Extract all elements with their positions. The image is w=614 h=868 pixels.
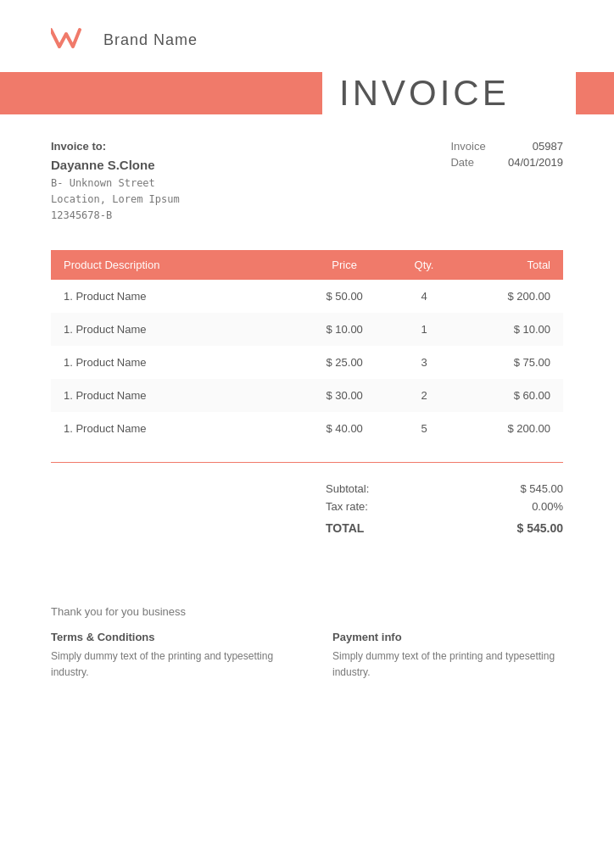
invoice-date-label: Date: [450, 156, 473, 169]
row-price: $ 30.00: [298, 389, 391, 402]
row-description: 1. Product Name: [64, 290, 298, 303]
row-total: $ 200.00: [457, 422, 550, 435]
footer: Thank you for you business Terms & Condi…: [0, 571, 614, 706]
row-total: $ 60.00: [457, 389, 550, 402]
tax-label: Tax rate:: [326, 500, 368, 513]
thank-you-text: Thank you for you business: [51, 605, 563, 618]
title-bar: INVOICE: [0, 72, 614, 114]
address-line2: Location, Lorem Ipsum: [51, 192, 180, 208]
invoice-number-label: Invoice: [450, 140, 485, 153]
client-address: B- Unknown Street Location, Lorem Ipsum …: [51, 175, 180, 225]
address-line3: 12345678-B: [51, 208, 180, 224]
row-price: $ 25.00: [298, 356, 391, 369]
invoice-info-section: Invoice to: Dayanne S.Clone B- Unknown S…: [0, 140, 614, 225]
table-row: 1. Product Name $ 40.00 5 $ 200.00: [51, 412, 563, 445]
table-row: 1. Product Name $ 25.00 3 $ 75.00: [51, 346, 563, 379]
invoice-date-value: 04/01/2019: [508, 156, 563, 169]
client-name: Dayanne S.Clone: [51, 158, 180, 172]
row-price: $ 50.00: [298, 290, 391, 303]
terms-column: Terms & Conditions Simply dummy text of …: [51, 631, 282, 681]
col-header-description: Product Description: [64, 259, 298, 271]
header: Brand Name: [0, 0, 614, 72]
table-row: 1. Product Name $ 50.00 4 $ 200.00: [51, 280, 563, 313]
payment-text: Simply dummy text of the printing and ty…: [332, 648, 563, 681]
subtotal-label: Subtotal:: [326, 482, 369, 495]
tax-value: 0.00%: [532, 500, 563, 513]
table-row: 1. Product Name $ 30.00 2 $ 60.00: [51, 379, 563, 412]
row-price: $ 40.00: [298, 422, 391, 435]
footer-columns: Terms & Conditions Simply dummy text of …: [51, 631, 563, 681]
row-qty: 1: [391, 323, 456, 336]
invoice-meta: Invoice 05987 Date 04/01/2019: [450, 140, 563, 225]
coral-bar-right: [576, 72, 614, 114]
table-body: 1. Product Name $ 50.00 4 $ 200.00 1. Pr…: [51, 280, 563, 445]
row-qty: 4: [391, 290, 456, 303]
table-header: Product Description Price Qty. Total: [51, 250, 563, 280]
invoice-title: INVOICE: [339, 73, 510, 114]
row-total: $ 200.00: [457, 290, 550, 303]
totals-table: Subtotal: $ 545.00 Tax rate: 0.00% TOTAL…: [326, 480, 563, 537]
table-row: 1. Product Name $ 10.00 1 $ 10.00: [51, 313, 563, 346]
col-header-price: Price: [298, 259, 391, 271]
invoice-table: Product Description Price Qty. Total 1. …: [0, 250, 614, 445]
coral-bar-left: [0, 72, 322, 114]
row-price: $ 10.00: [298, 323, 391, 336]
invoice-to: Invoice to: Dayanne S.Clone B- Unknown S…: [51, 140, 180, 225]
total-label: TOTAL: [326, 521, 364, 535]
row-total: $ 75.00: [457, 356, 550, 369]
total-value: $ 545.00: [517, 521, 564, 535]
total-row-final: TOTAL $ 545.00: [326, 519, 563, 537]
terms-text: Simply dummy text of the printing and ty…: [51, 648, 282, 681]
subtotal-row: Subtotal: $ 545.00: [326, 480, 563, 498]
totals-section: Subtotal: $ 545.00 Tax rate: 0.00% TOTAL…: [0, 480, 614, 537]
terms-title: Terms & Conditions: [51, 631, 282, 643]
row-qty: 2: [391, 389, 456, 402]
col-header-total: Total: [457, 259, 550, 271]
invoice-to-label: Invoice to:: [51, 140, 180, 153]
subtotal-value: $ 545.00: [520, 482, 563, 495]
col-header-qty: Qty.: [391, 259, 456, 271]
row-qty: 3: [391, 356, 456, 369]
brand-name: Brand Name: [103, 31, 198, 49]
row-description: 1. Product Name: [64, 422, 298, 435]
invoice-date-row: Date 04/01/2019: [450, 156, 563, 169]
row-qty: 5: [391, 422, 456, 435]
row-description: 1. Product Name: [64, 323, 298, 336]
row-description: 1. Product Name: [64, 389, 298, 402]
payment-title: Payment info: [332, 631, 563, 643]
row-description: 1. Product Name: [64, 356, 298, 369]
tax-row: Tax rate: 0.00%: [326, 498, 563, 515]
invoice-number-row: Invoice 05987: [450, 140, 563, 153]
invoice-title-area: INVOICE: [322, 73, 576, 114]
brand-logo-icon: [51, 25, 93, 55]
payment-column: Payment info Simply dummy text of the pr…: [332, 631, 563, 681]
invoice-page: Brand Name INVOICE Invoice to: Dayanne S…: [0, 0, 614, 868]
invoice-number-value: 05987: [533, 140, 563, 153]
divider: [51, 462, 563, 463]
address-line1: B- Unknown Street: [51, 175, 180, 192]
row-total: $ 10.00: [457, 323, 550, 336]
